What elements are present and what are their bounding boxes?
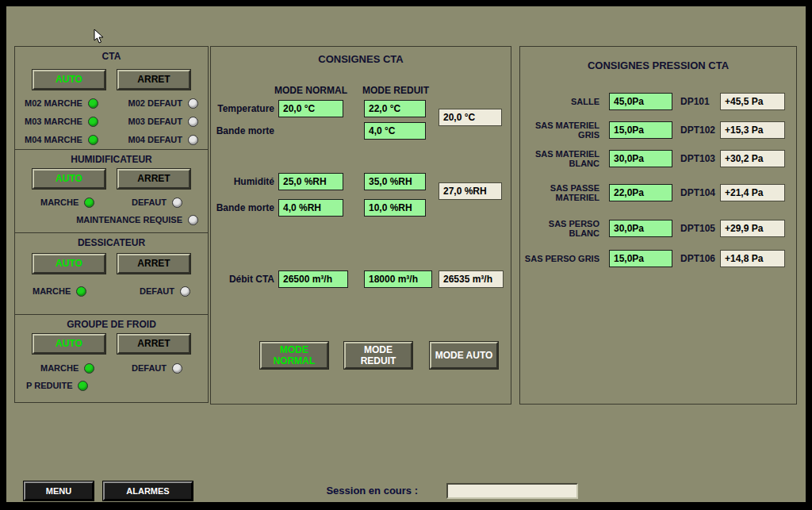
- hmi-background: CTA AUTO ARRET M02 MARCHE M02 DEFAUT M03…: [6, 6, 806, 502]
- pressure-setpoint[interactable]: 22,0Pa: [609, 184, 672, 201]
- pressure-sensor-tag: DPT103: [680, 153, 722, 164]
- consignes-pression-title: CONSIGNES PRESSION CTA: [520, 59, 796, 71]
- dessicateur-auto-button[interactable]: AUTO: [33, 254, 105, 274]
- pressure-setpoint[interactable]: 30,0Pa: [609, 150, 672, 167]
- bande-morte-hum-normal-setpoint[interactable]: 4,0 %RH: [278, 199, 343, 217]
- pressure-row-label: SALLE: [520, 93, 604, 110]
- humidificateur-auto-button[interactable]: AUTO: [33, 169, 105, 189]
- pressure-mesure: +21,4 Pa: [720, 184, 785, 201]
- pressure-setpoint[interactable]: 45,0Pa: [609, 93, 672, 110]
- m02-defaut-lamp: [188, 98, 198, 109]
- temperature-reduit-setpoint[interactable]: 22,0 °C: [364, 100, 426, 117]
- section-groupe-de-froid: GROUPE DE FROID AUTO ARRET MARCHE DEFAUT…: [14, 314, 209, 403]
- debit-reduit-setpoint[interactable]: 18000 m³/h: [364, 270, 432, 288]
- p-reduite-label: P REDUITE: [26, 381, 72, 390]
- debit-cta-label: Débit CTA: [211, 274, 274, 285]
- equipment-panel: CTA AUTO ARRET M02 MARCHE M02 DEFAUT M03…: [14, 46, 209, 405]
- m03-defaut-lamp: [188, 117, 198, 127]
- maintenance-requise-label: MAINTENANCE REQUISE: [76, 215, 182, 224]
- hmi-screen: CTA AUTO ARRET M02 MARCHE M02 DEFAUT M03…: [0, 0, 812, 510]
- humidificateur-marche-lamp: [84, 197, 94, 208]
- debit-mesure: 26535 m³/h: [439, 270, 504, 288]
- consignes-cta-panel: CONSIGNES CTA MODE NORMAL MODE REDUIT Te…: [210, 46, 511, 405]
- maintenance-requise-lamp: [188, 215, 198, 225]
- m02-defaut-label: M02 DEFAUT: [128, 98, 182, 108]
- temperature-normal-setpoint[interactable]: 20,0 °C: [278, 100, 343, 117]
- bande-morte-hum-reduit-setpoint[interactable]: 10,0 %RH: [364, 199, 426, 217]
- m02-marche-lamp: [88, 98, 98, 109]
- mouse-cursor: [94, 29, 105, 44]
- humidificateur-arret-button[interactable]: ARRET: [117, 169, 190, 189]
- m04-marche-label: M04 MARCHE: [25, 135, 82, 144]
- m04-defaut-lamp: [188, 135, 198, 145]
- pressure-mesure: +30,2 Pa: [720, 150, 785, 167]
- section-groupe-de-froid-title: GROUPE DE FROID: [15, 315, 208, 330]
- pressure-mesure: +15,3 Pa: [720, 121, 785, 139]
- mode-normal-column-header: MODE NORMAL: [265, 85, 357, 96]
- pressure-row-sas-materiel-blanc: SAS MATERIEL BLANC 30,0Pa DPT103 +30,2 P…: [520, 150, 796, 167]
- cta-arret-button[interactable]: ARRET: [117, 70, 190, 90]
- m02-marche-label: M02 MARCHE: [25, 98, 82, 108]
- groupe-froid-marche-lamp: [84, 363, 94, 374]
- pressure-mesure: +14,8 Pa: [720, 250, 785, 267]
- consignes-pression-panel: CONSIGNES PRESSION CTA SALLE 45,0Pa DP10…: [519, 46, 797, 405]
- pressure-row-sas-perso-blanc: SAS PERSO BLANC 30,0Pa DPT105 +29,9 Pa: [520, 220, 796, 237]
- pressure-mesure: +29,9 Pa: [720, 220, 785, 237]
- section-dessicateur: DESSICATEUR AUTO ARRET MARCHE DEFAUT: [14, 232, 209, 315]
- pressure-sensor-tag: DP101: [680, 96, 722, 107]
- temperature-label: Temperature: [211, 103, 274, 114]
- pressure-setpoint[interactable]: 15,0Pa: [609, 121, 672, 139]
- humidite-mesure: 27,0 %RH: [439, 182, 502, 200]
- mode-reduit-button[interactable]: MODE REDUIT: [344, 342, 412, 369]
- pressure-row-sas-perso-gris: SAS PERSO GRIS 15,0Pa DPT106 +14,8 Pa: [520, 250, 796, 267]
- pressure-mesure: +45,5 Pa: [720, 93, 785, 110]
- debit-normal-setpoint[interactable]: 26500 m³/h: [278, 270, 348, 288]
- section-humidificateur: HUMIDIFICATEUR AUTO ARRET MARCHE DEFAUT …: [14, 149, 209, 233]
- bande-morte-temp-reduit-setpoint[interactable]: 4,0 °C: [364, 122, 426, 140]
- pressure-row-label: SAS PERSO BLANC: [520, 220, 604, 237]
- pressure-row-label: SAS PASSE MATERIEL: [520, 184, 604, 201]
- pressure-sensor-tag: DPT105: [680, 223, 722, 234]
- section-cta-title: CTA: [15, 47, 208, 62]
- menu-button[interactable]: MENU: [24, 481, 94, 500]
- humidite-reduit-setpoint[interactable]: 35,0 %RH: [364, 173, 426, 190]
- groupe-froid-defaut-label: DEFAUT: [132, 363, 167, 373]
- pressure-setpoint[interactable]: 15,0Pa: [609, 250, 672, 267]
- pressure-sensor-tag: DPT104: [680, 187, 722, 198]
- pressure-row-sas-materiel-gris: SAS MATERIEL GRIS 15,0Pa DPT102 +15,3 Pa: [520, 121, 796, 139]
- p-reduite-lamp: [78, 381, 88, 391]
- pressure-row-salle: SALLE 45,0Pa DP101 +45,5 Pa: [520, 93, 796, 110]
- m03-marche-label: M03 MARCHE: [25, 117, 82, 126]
- dessicateur-arret-button[interactable]: ARRET: [117, 254, 190, 274]
- mode-auto-button[interactable]: MODE AUTO: [430, 342, 498, 369]
- section-dessicateur-title: DESSICATEUR: [15, 233, 208, 248]
- pressure-setpoint[interactable]: 30,0Pa: [609, 220, 672, 237]
- cta-auto-button[interactable]: AUTO: [33, 70, 105, 90]
- m04-marche-lamp: [88, 135, 98, 145]
- pressure-sensor-tag: DPT102: [680, 125, 722, 136]
- temperature-mesure: 20,0 °C: [439, 109, 502, 126]
- humidificateur-defaut-lamp: [172, 197, 182, 208]
- m03-marche-lamp: [88, 117, 98, 127]
- consignes-cta-title: CONSIGNES CTA: [211, 53, 511, 65]
- session-input[interactable]: [446, 483, 578, 499]
- pressure-row-label: SAS MATERIEL BLANC: [520, 150, 604, 167]
- alarmes-button[interactable]: ALARMES: [103, 481, 193, 500]
- humidite-normal-setpoint[interactable]: 25,0 %RH: [278, 173, 343, 190]
- humidite-label: Humidité: [211, 176, 274, 187]
- mode-normal-button[interactable]: MODE NORMAL: [260, 342, 328, 369]
- groupe-froid-auto-button[interactable]: AUTO: [33, 334, 105, 354]
- groupe-froid-marche-label: MARCHE: [40, 363, 79, 373]
- groupe-froid-defaut-lamp: [172, 363, 182, 374]
- pressure-row-sas-passe-materiel: SAS PASSE MATERIEL 22,0Pa DPT104 +21,4 P…: [520, 184, 796, 201]
- humidificateur-marche-label: MARCHE: [40, 197, 79, 207]
- bande-morte-temp-label: Bande morte: [211, 125, 274, 136]
- humidificateur-defaut-label: DEFAUT: [132, 197, 167, 207]
- pressure-row-label: SAS MATERIEL GRIS: [520, 121, 604, 139]
- session-label: Session en cours :: [275, 485, 418, 497]
- m04-defaut-label: M04 DEFAUT: [128, 135, 182, 144]
- pressure-sensor-tag: DPT106: [680, 253, 722, 264]
- section-humidificateur-title: HUMIDIFICATEUR: [15, 150, 208, 165]
- mode-reduit-column-header: MODE REDUIT: [354, 85, 438, 96]
- groupe-froid-arret-button[interactable]: ARRET: [117, 334, 190, 354]
